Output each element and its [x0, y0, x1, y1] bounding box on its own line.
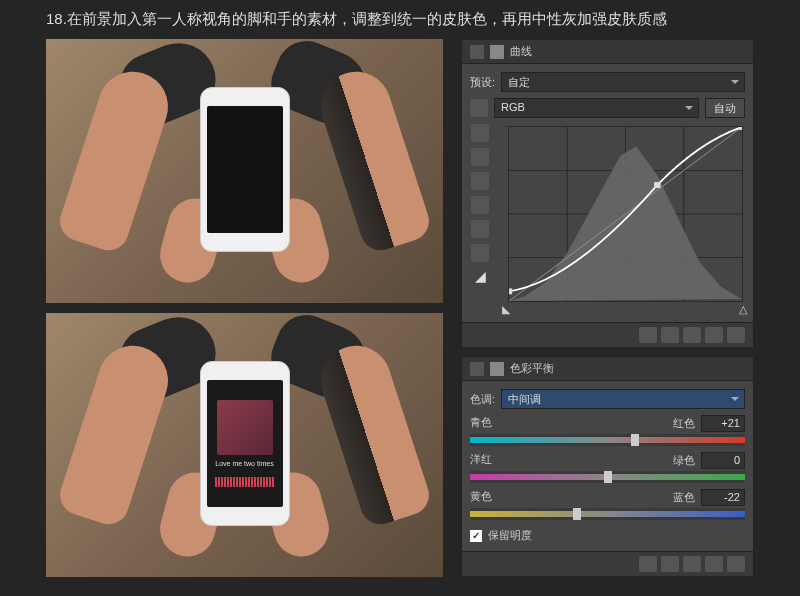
- eyedropper-black-icon[interactable]: [471, 124, 489, 142]
- preset-label: 预设:: [470, 75, 495, 90]
- slider-right-label: 红色: [673, 416, 695, 431]
- slider-left-label: 青色: [470, 415, 492, 432]
- panel-tab-icon[interactable]: [470, 45, 484, 59]
- panel-tab-icon[interactable]: [490, 362, 504, 376]
- panel-footer: [462, 551, 753, 576]
- view-previous-icon[interactable]: [661, 327, 679, 343]
- phone-music-title: Love me two times: [207, 460, 283, 467]
- trash-icon[interactable]: [727, 327, 745, 343]
- auto-button[interactable]: 自动: [705, 98, 745, 118]
- panel-title: 色彩平衡: [510, 361, 554, 376]
- panel-title: 曲线: [510, 44, 532, 59]
- tone-label: 色调:: [470, 392, 495, 407]
- view-previous-icon[interactable]: [661, 556, 679, 572]
- panel-tab-icon[interactable]: [470, 362, 484, 376]
- slider-right-label: 蓝色: [673, 490, 695, 505]
- hand-icon[interactable]: [471, 244, 489, 262]
- slider-right-label: 绿色: [673, 453, 695, 468]
- checkbox-label: 保留明度: [488, 528, 532, 543]
- eyedropper-white-icon[interactable]: [471, 172, 489, 190]
- slider-left-label: 洋红: [470, 452, 492, 469]
- slider-value-input[interactable]: +21: [701, 415, 745, 432]
- trash-icon[interactable]: [727, 556, 745, 572]
- after-image: Love me two times: [46, 313, 443, 577]
- slider-left-label: 黄色: [470, 489, 492, 506]
- black-slider[interactable]: ◣: [502, 303, 510, 316]
- curves-graph[interactable]: ◣ △: [496, 124, 745, 314]
- magenta-green-slider[interactable]: [470, 471, 745, 483]
- slider-value-input[interactable]: -22: [701, 489, 745, 506]
- tone-select[interactable]: 中间调: [501, 389, 745, 409]
- clip-to-layer-icon[interactable]: [639, 556, 657, 572]
- curve-point[interactable]: [509, 288, 512, 294]
- visibility-icon[interactable]: [705, 556, 723, 572]
- finger-icon[interactable]: [470, 99, 488, 117]
- yellow-blue-slider[interactable]: [470, 508, 745, 520]
- slider-value-input[interactable]: 0: [701, 452, 745, 469]
- channel-select[interactable]: RGB: [494, 98, 699, 118]
- cyan-red-slider[interactable]: [470, 434, 745, 446]
- histogram-shape: [509, 146, 742, 301]
- image-column: Love me two times: [46, 39, 443, 587]
- curve-point[interactable]: [654, 182, 660, 188]
- reset-icon[interactable]: [683, 556, 701, 572]
- smooth-icon[interactable]: [471, 220, 489, 238]
- curve-point[interactable]: [739, 127, 742, 130]
- check-icon: ✓: [470, 530, 482, 542]
- clip-to-layer-icon[interactable]: [639, 327, 657, 343]
- preserve-luminosity-checkbox[interactable]: ✓ 保留明度: [470, 528, 745, 543]
- panel-footer: [462, 322, 753, 347]
- panel-tab-icon[interactable]: [490, 45, 504, 59]
- curves-panel: 曲线 预设: 自定 RGB 自动: [461, 39, 754, 348]
- eyedropper-gray-icon[interactable]: [471, 148, 489, 166]
- color-balance-panel: 色彩平衡 色调: 中间调 青色 红色 +21: [461, 356, 754, 577]
- step-caption: 18.在前景加入第一人称视角的脚和手的素材，调整到统一的皮肤色，再用中性灰加强皮…: [46, 10, 754, 29]
- clip-icon[interactable]: ◢: [471, 268, 489, 286]
- before-image: [46, 39, 443, 303]
- white-slider[interactable]: △: [739, 303, 747, 316]
- reset-icon[interactable]: [683, 327, 701, 343]
- visibility-icon[interactable]: [705, 327, 723, 343]
- curves-tool-strip: ◢: [470, 124, 490, 314]
- pencil-icon[interactable]: [471, 196, 489, 214]
- preset-select[interactable]: 自定: [501, 72, 745, 92]
